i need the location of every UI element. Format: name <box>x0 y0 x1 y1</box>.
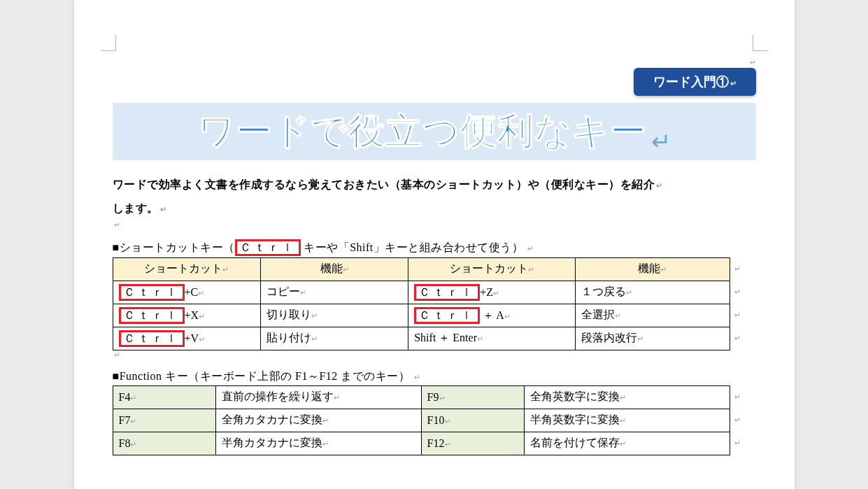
table-row: F4↵直前の操作を繰り返す↵F9↵全角英数字に変換↵↵ <box>113 385 755 409</box>
badge-row: ↵ ワード入門①↵ <box>113 56 756 96</box>
row-end-mark: ↵ <box>730 327 755 350</box>
intro-paragraph: ワードで効率よく文書を作成するなら覚えておきたい（基本のショートカット）や（便利… <box>113 173 756 220</box>
fn-desc-cell: 全角カタカナに変換↵ <box>215 409 421 432</box>
fn-key-cell: F12↵ <box>421 432 524 455</box>
col-function-1: 機能↵ <box>260 257 408 281</box>
paragraph-mark: ↵ <box>114 350 756 360</box>
paragraph-mark: ↵ <box>114 220 756 229</box>
section2-heading: ■Function キー（キーボード上部の F1～F12 までのキー） ↵ <box>113 369 756 384</box>
fn-key-cell: F10↵ <box>421 409 524 432</box>
lesson-badge: ワード入門①↵ <box>634 68 756 96</box>
section1-heading: ■ショートカットキー（Ｃｔｒｌ キーや「Shift」キーと組み合わせて使う） ↵ <box>113 239 756 256</box>
shortcut-cell: Ｃｔｒｌ+Z↵ <box>408 281 576 304</box>
fn-desc-cell: 半角カタカナに変換↵ <box>215 432 421 455</box>
title-block: ワードで役立つ便利なキー↵ <box>113 103 756 160</box>
lesson-badge-label: ワード入門① <box>653 75 729 89</box>
function-cell: 段落内改行↵ <box>576 327 730 350</box>
document-title: ワードで役立つ便利なキー <box>198 111 647 151</box>
col-function-2: 機能↵ <box>576 257 730 281</box>
margin-corner-top-right <box>753 35 768 51</box>
shortcut-table: ショートカット↵ 機能↵ ショートカット↵ 機能↵ ↵ Ｃｔｒｌ+C↵コピー↵Ｃ… <box>113 257 756 350</box>
fn-key-cell: F9↵ <box>421 385 524 409</box>
function-cell: １つ戻る↵ <box>576 281 730 304</box>
document-page: ↵ ワード入門①↵ ワードで役立つ便利なキー↵ ワードで効率よく文書を作成するな… <box>74 0 795 489</box>
shortcut-cell: Shift ＋ Enter↵ <box>408 327 576 350</box>
table-header-row: ショートカット↵ 機能↵ ショートカット↵ 機能↵ ↵ <box>113 257 755 281</box>
fn-key-cell: F7↵ <box>113 409 215 432</box>
table-row: Ｃｔｒｌ+V↵貼り付け↵Shift ＋ Enter↵段落内改行↵↵ <box>113 327 755 350</box>
function-cell: 全選択↵ <box>576 304 730 327</box>
shortcut-cell: Ｃｔｒｌ+X↵ <box>113 304 260 327</box>
row-end-mark: ↵ <box>730 281 755 304</box>
row-end-mark: ↵ <box>730 304 755 327</box>
row-end-mark: ↵ <box>730 385 755 409</box>
ctrl-highlight: Ｃｔｒｌ <box>235 239 301 256</box>
fn-key-cell: F8↵ <box>113 432 215 455</box>
intro-line-2: します。 <box>113 202 159 214</box>
function-cell: 切り取り↵ <box>260 304 408 327</box>
function-key-table: F4↵直前の操作を繰り返す↵F9↵全角英数字に変換↵↵F7↵全角カタカナに変換↵… <box>113 385 756 455</box>
section1-prefix: ■ショートカットキー（ <box>113 241 235 253</box>
fn-desc-cell: 半角英数字に変換↵ <box>524 409 730 432</box>
function-cell: 貼り付け↵ <box>260 327 408 350</box>
fn-key-cell: F4↵ <box>113 385 215 409</box>
shortcut-cell: Ｃｔｒｌ ＋ A↵ <box>408 304 576 327</box>
shortcut-cell: Ｃｔｒｌ+C↵ <box>113 281 260 304</box>
table-row: F8↵半角カタカナに変換↵F12↵名前を付けて保存↵↵ <box>113 432 755 455</box>
section1-suffix: キーや「Shift」キーと組み合わせて使う） <box>301 241 524 253</box>
table-row: Ｃｔｒｌ+X↵切り取り↵Ｃｔｒｌ ＋ A↵全選択↵↵ <box>113 304 755 327</box>
shortcut-cell: Ｃｔｒｌ+V↵ <box>113 327 260 350</box>
table-row: F7↵全角カタカナに変換↵F10↵半角英数字に変換↵↵ <box>113 409 755 432</box>
row-end-mark: ↵ <box>730 257 755 281</box>
row-end-mark: ↵ <box>730 409 755 432</box>
col-shortcut-2: ショートカット↵ <box>408 257 576 281</box>
fn-desc-cell: 全角英数字に変換↵ <box>524 385 730 409</box>
intro-line-1: ワードで効率よく文書を作成するなら覚えておきたい（基本のショートカット）や（便利… <box>113 178 655 190</box>
paragraph-mark: ↵ <box>750 58 756 66</box>
col-shortcut-1: ショートカット↵ <box>113 257 260 281</box>
fn-desc-cell: 名前を付けて保存↵ <box>524 432 730 455</box>
table-row: Ｃｔｒｌ+C↵コピー↵Ｃｔｒｌ+Z↵１つ戻る↵↵ <box>113 281 755 304</box>
paragraph-mark: ↵ <box>651 129 671 155</box>
fn-desc-cell: 直前の操作を繰り返す↵ <box>215 385 421 409</box>
row-end-mark: ↵ <box>730 432 755 455</box>
margin-corner-top-left <box>101 35 116 51</box>
function-cell: コピー↵ <box>260 281 408 304</box>
